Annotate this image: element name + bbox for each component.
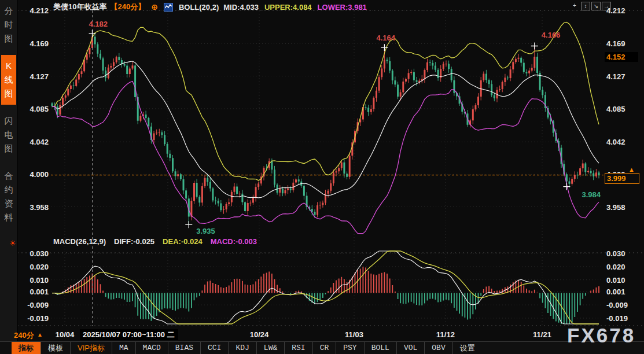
macd-axis-label: 0.001 bbox=[17, 287, 49, 296]
y-axis-label: 4.169 bbox=[17, 39, 49, 48]
extreme-value-label: 4.166 bbox=[542, 31, 561, 39]
y-axis-label-right: 4.169 bbox=[606, 39, 638, 48]
sidebar-tab-K线图[interactable]: K 线 图 bbox=[1, 55, 16, 105]
macd-axis-label: 0.020 bbox=[17, 263, 49, 271]
y-axis-label: 4.000 bbox=[17, 170, 49, 179]
extreme-value-label: 3.935 bbox=[196, 227, 215, 235]
x-axis-label: 10/24 bbox=[243, 330, 275, 339]
x-axis-label: 11/21 bbox=[526, 330, 558, 339]
menu-item-KDJ[interactable]: KDJ bbox=[229, 342, 256, 354]
extreme-value-label: 4.164 bbox=[376, 34, 395, 42]
menu-item-LW&[interactable]: LW& bbox=[257, 342, 285, 354]
boll-upper-value: UPPER:4.084 bbox=[264, 3, 312, 12]
x-axis-label: 10/04 bbox=[49, 330, 81, 339]
macd-axis-label: 0.030 bbox=[17, 249, 49, 258]
menu-item-BOLL[interactable]: BOLL bbox=[365, 342, 397, 354]
extreme-value-label: 4.182 bbox=[89, 20, 108, 28]
boll-lower-value: LOWER:3.981 bbox=[318, 3, 367, 12]
y-axis-label-right: 3.958 bbox=[606, 203, 638, 212]
macd-axis-label-right: 0.020 bbox=[606, 263, 638, 271]
crosshair-time-tooltip: 2025/10/07 07:00~11:00 二 bbox=[80, 329, 178, 340]
menu-item-RSI[interactable]: RSI bbox=[285, 342, 312, 354]
page-title: 美债10年收益率 bbox=[53, 2, 106, 12]
macd-axis-label-right: 0.030 bbox=[606, 249, 638, 258]
macd-axis-label: 0.010 bbox=[17, 276, 49, 285]
menu-item-模板[interactable]: 模板 bbox=[41, 342, 71, 354]
macd-axis-label-right: -0.019 bbox=[606, 314, 638, 323]
menu-item-PSY[interactable]: PSY bbox=[336, 342, 364, 354]
boll-indicator-icon[interactable] bbox=[164, 3, 173, 12]
macd-formula-label: MACD(26,12,9) bbox=[53, 237, 106, 246]
indicator-menu-bar: 指标模板VIP指标MAMACDBIASCCIKDJLW&RSICRPSYBOLL… bbox=[0, 341, 644, 354]
price-marker-3.999: 3.999 bbox=[605, 173, 639, 184]
add-indicator-icon[interactable]: ⊕ bbox=[151, 2, 158, 12]
period-tag: 【240分】 bbox=[110, 2, 145, 12]
macd-axis-label: -0.009 bbox=[17, 301, 49, 309]
menu-item-CR[interactable]: CR bbox=[313, 342, 337, 354]
menu-item-指标[interactable]: 指标 bbox=[12, 342, 41, 354]
macd-dea-value: DEA:-0.024 bbox=[163, 237, 203, 246]
menu-item-VIP指标[interactable]: VIP指标 bbox=[71, 342, 112, 354]
menu-item-MACD[interactable]: MACD bbox=[136, 342, 168, 354]
y-axis-label: 4.042 bbox=[17, 138, 49, 146]
zoom-vertical-icon[interactable]: ↕ bbox=[581, 2, 590, 10]
zoom-axes-icon[interactable]: ↘ bbox=[591, 2, 601, 10]
y-axis-label: 3.958 bbox=[17, 203, 49, 212]
indicator-alert-icon[interactable]: ☀ bbox=[9, 239, 16, 248]
menu-item-BIAS[interactable]: BIAS bbox=[168, 342, 201, 354]
pan-crosshair-icon[interactable]: + bbox=[571, 2, 579, 9]
sidebar-tab-合约资料[interactable]: 合 约 资 料 bbox=[1, 165, 16, 228]
trading-chart-app: 分 时 图K 线 图闪 电 图合 约 资 料 美债10年收益率 【240分】 ⊕… bbox=[0, 0, 644, 354]
macd-axis-label-right: 0.001 bbox=[606, 287, 638, 296]
sidebar-tab-分时图[interactable]: 分 时 图 bbox=[1, 0, 16, 50]
macd-diff-value: DIFF:-0.025 bbox=[114, 237, 154, 246]
x-axis-label: 11/03 bbox=[338, 330, 370, 339]
sidebar-tab-闪电图[interactable]: 闪 电 图 bbox=[1, 110, 16, 160]
menu-item-CCI[interactable]: CCI bbox=[201, 342, 229, 354]
period-expand-icon[interactable]: ▲ bbox=[37, 331, 43, 338]
macd-macd-value: MACD:-0.003 bbox=[211, 237, 257, 246]
x-axis-label: 11/12 bbox=[429, 330, 462, 339]
menu-item-设置[interactable]: 设置 bbox=[453, 342, 482, 354]
boll-formula-label: BOLL(20,2) bbox=[179, 3, 219, 12]
y-axis-label: 4.212 bbox=[17, 6, 49, 15]
y-axis-label-right: 4.085 bbox=[606, 105, 638, 113]
extreme-value-label: 3.984 bbox=[582, 190, 601, 199]
chart-canvas[interactable] bbox=[0, 0, 644, 354]
price-marker-4.152: 4.152 bbox=[605, 52, 638, 62]
boll-mid-value: MID:4.033 bbox=[223, 3, 259, 12]
y-axis-label-right: 4.212 bbox=[606, 6, 638, 15]
y-axis-label: 4.085 bbox=[17, 105, 49, 113]
menu-item-OBV[interactable]: OBV bbox=[425, 342, 452, 354]
chart-header: 美债10年收益率 【240分】 ⊕ BOLL(20,2) MID:4.033 U… bbox=[53, 2, 367, 12]
macd-axis-label: -0.019 bbox=[17, 314, 49, 323]
watermark: FX678 bbox=[567, 324, 635, 347]
macd-header: MACD(26,12,9) DIFF:-0.025 DEA:-0.024 MAC… bbox=[53, 237, 257, 246]
chart-type-sidebar: 分 时 图K 线 图闪 电 图合 约 资 料 bbox=[0, 0, 18, 341]
menu-item-VOL[interactable]: VOL bbox=[397, 342, 425, 354]
period-indicator[interactable]: 240分 bbox=[14, 330, 34, 341]
price-up-arrow-icon: ▲ bbox=[628, 166, 635, 173]
menu-item-MA[interactable]: MA bbox=[112, 342, 136, 354]
y-axis-label-right: 4.127 bbox=[606, 72, 638, 81]
y-axis-label: 4.127 bbox=[17, 72, 49, 81]
macd-axis-label-right: -0.009 bbox=[606, 301, 638, 309]
macd-axis-label-right: 0.010 bbox=[606, 276, 638, 285]
y-axis-label-right: 4.042 bbox=[606, 138, 638, 146]
